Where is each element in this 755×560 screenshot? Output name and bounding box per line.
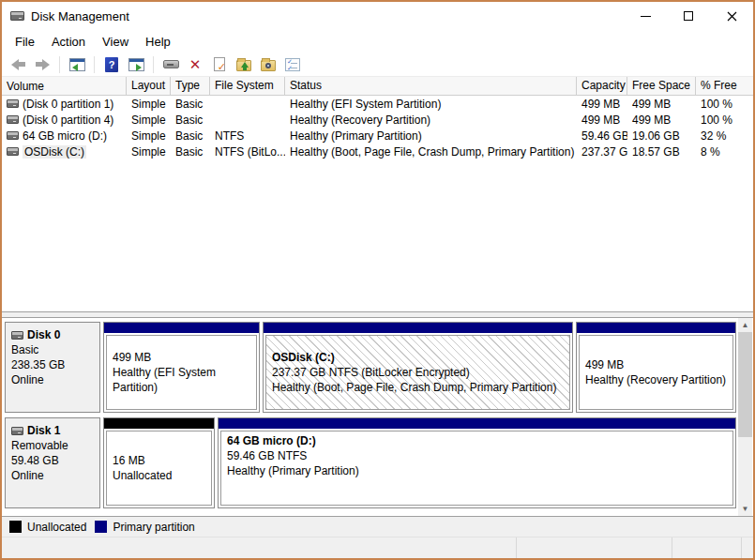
close-button[interactable]	[710, 2, 753, 30]
partition-status: Healthy (Primary Partition)	[227, 463, 727, 478]
volume-capacity: 499 MB	[577, 98, 627, 111]
pane-splitter[interactable]	[2, 311, 753, 318]
disk-name: Disk 0	[27, 327, 60, 342]
column-header-type[interactable]: Type	[171, 77, 210, 95]
column-header-free-space[interactable]: Free Space	[627, 77, 696, 95]
column-header-status[interactable]: Status	[285, 77, 577, 95]
partition-size: 499 MB	[113, 350, 250, 365]
disk-name: Disk 1	[27, 423, 60, 438]
volume-capacity: 237.37 GB	[577, 145, 627, 159]
volume-capacity: 499 MB	[577, 114, 627, 127]
volume-name: OSDisk (C:)	[23, 145, 86, 159]
volume-status: Healthy (EFI System Partition)	[285, 98, 577, 111]
device-properties-button[interactable]	[160, 54, 181, 75]
legend-bar: Unallocated Primary partition	[2, 516, 753, 537]
volume-row-selected[interactable]: OSDisk (C:) Simple Basic NTFS (BitLo... …	[2, 144, 753, 159]
check-document-icon	[214, 57, 225, 71]
partition-title: 64 GB micro (D:)	[227, 433, 727, 448]
volume-drive-icon	[7, 115, 19, 124]
volume-fs: NTFS (BitLo...	[210, 145, 285, 159]
volume-layout: Simple	[127, 145, 171, 159]
column-header-file-system[interactable]: File System	[210, 77, 285, 95]
disk-kind: Removable	[11, 438, 94, 453]
show-action-pane-button[interactable]	[126, 54, 146, 75]
volume-fs: NTFS	[210, 129, 285, 143]
column-header-volume[interactable]: Volume	[2, 77, 127, 95]
scroll-down-button[interactable]: ▼	[738, 502, 752, 516]
disk-0-row: Disk 0 Basic 238.35 GB Online 499 MB Hea…	[5, 322, 736, 413]
maximize-icon	[684, 11, 693, 21]
close-icon	[727, 11, 737, 22]
scrollbar-thumb[interactable]	[738, 332, 752, 437]
partition-size: 499 MB	[585, 357, 727, 372]
properties-list-button[interactable]	[282, 54, 303, 75]
status-section	[2, 537, 517, 558]
export-button[interactable]	[234, 54, 254, 75]
partition-color-bar	[219, 418, 735, 429]
menu-file[interactable]: File	[7, 32, 43, 52]
volume-list-pane: Volume Layout Type File System Status Ca…	[2, 77, 753, 311]
partition-status: Healthy (Recovery Partition)	[585, 372, 727, 387]
partition-color-bar	[104, 418, 214, 429]
forward-arrow-icon	[36, 59, 50, 70]
graphical-disk-pane: Disk 0 Basic 238.35 GB Online 499 MB Hea…	[2, 318, 753, 516]
menu-view[interactable]: View	[94, 32, 137, 52]
volume-row[interactable]: (Disk 0 partition 1) Simple Basic Health…	[2, 96, 753, 112]
partition-d-drive[interactable]: 64 GB micro (D:) 59.46 GB NTFS Healthy (…	[218, 417, 736, 508]
volume-type: Basic	[171, 98, 210, 111]
disk-0-label-panel[interactable]: Disk 0 Basic 238.35 GB Online	[5, 322, 100, 413]
status-section	[672, 537, 742, 558]
volume-row[interactable]: (Disk 0 partition 4) Simple Basic Health…	[2, 112, 753, 128]
delete-x-icon: ✕	[189, 57, 202, 71]
volume-list-empty-area	[2, 159, 753, 311]
volume-type: Basic	[171, 114, 210, 127]
column-header-layout[interactable]: Layout	[127, 77, 171, 95]
column-header-capacity[interactable]: Capacity	[577, 77, 627, 95]
partition-efi[interactable]: 499 MB Healthy (EFI System Partition)	[103, 322, 260, 413]
disk-state: Online	[11, 468, 94, 483]
partition-unallocated[interactable]: 16 MB Unallocated	[103, 417, 215, 508]
partition-osdisk-selected[interactable]: OSDisk (C:) 237.37 GB NTFS (BitLocker En…	[263, 322, 573, 413]
partition-size: 59.46 GB NTFS	[227, 448, 727, 463]
folder-up-icon	[236, 60, 251, 71]
task-check-button[interactable]	[209, 54, 230, 75]
column-header-pct-free[interactable]: % Free	[696, 77, 753, 95]
menu-help[interactable]: Help	[137, 32, 179, 52]
back-button[interactable]	[8, 54, 28, 75]
partition-size: 16 MB	[113, 453, 205, 468]
toolbar: ? ✕	[2, 53, 753, 77]
partition-size: 237.37 GB NTFS (BitLocker Encrypted)	[272, 365, 564, 380]
checklist-icon	[285, 58, 300, 71]
help-icon: ?	[105, 57, 118, 72]
volume-pct-free: 100 %	[696, 98, 753, 111]
volume-free: 18.57 GB	[627, 145, 696, 159]
legend-item-unallocated: Unallocated	[9, 521, 86, 534]
window-title: Disk Management	[31, 9, 129, 23]
partition-status: Unallocated	[113, 468, 205, 483]
partition-color-bar	[577, 323, 735, 333]
volume-row[interactable]: 64 GB micro (D:) Simple Basic NTFS Healt…	[2, 128, 753, 144]
disk-icon	[11, 427, 23, 435]
volume-free: 499 MB	[627, 114, 696, 127]
disk-1-label-panel[interactable]: Disk 1 Removable 59.48 GB Online	[5, 417, 100, 508]
vertical-scrollbar[interactable]: ▲ ▼	[738, 318, 752, 516]
maximize-button[interactable]	[667, 2, 710, 30]
show-console-tree-button[interactable]	[67, 54, 87, 75]
disk-size: 238.35 GB	[11, 357, 94, 372]
primary-partition-swatch-icon	[95, 521, 107, 533]
scroll-up-button[interactable]: ▲	[738, 318, 752, 332]
partition-status: Healthy (Boot, Page File, Crash Dump, Pr…	[272, 380, 564, 395]
delete-volume-button[interactable]: ✕	[185, 54, 205, 75]
app-icon	[10, 11, 24, 21]
volume-name: 64 GB micro (D:)	[23, 129, 107, 143]
minimize-button[interactable]	[624, 2, 667, 30]
volume-layout: Simple	[127, 114, 171, 127]
volume-capacity: 59.46 GB	[577, 129, 627, 143]
volume-free: 19.06 GB	[627, 129, 696, 143]
volume-free: 499 MB	[627, 98, 696, 111]
help-button[interactable]: ?	[101, 54, 122, 75]
search-folder-button[interactable]	[258, 54, 279, 75]
partition-recovery[interactable]: 499 MB Healthy (Recovery Partition)	[576, 322, 736, 413]
forward-button[interactable]	[32, 54, 53, 75]
menu-action[interactable]: Action	[43, 32, 94, 52]
